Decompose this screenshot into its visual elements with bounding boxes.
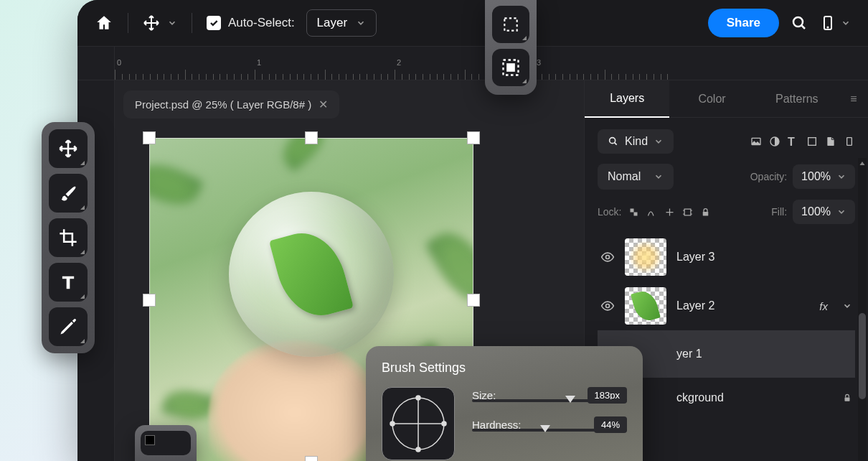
toolbox <box>42 122 95 353</box>
lock-label: Lock: <box>598 206 621 218</box>
svg-rect-14 <box>845 397 850 401</box>
chevron-down-icon[interactable] <box>842 301 852 311</box>
svg-point-13 <box>606 304 610 308</box>
opacity-dropdown[interactable]: 100% <box>793 164 855 189</box>
visibility-icon[interactable] <box>600 250 615 264</box>
selection-handle[interactable] <box>305 131 318 144</box>
divider <box>192 13 192 33</box>
search-icon <box>608 136 619 147</box>
move-tool[interactable] <box>49 129 88 168</box>
chevron-down-icon <box>167 18 177 28</box>
auto-select-label: Auto-Select: <box>228 16 295 30</box>
brush-tool[interactable] <box>49 174 88 213</box>
color-swatch-float[interactable] <box>135 425 197 461</box>
auto-select-toggle[interactable]: Auto-Select: <box>207 16 295 30</box>
selection-handle[interactable] <box>143 294 156 307</box>
opacity-label: Opacity: <box>750 171 787 182</box>
foreground-color[interactable] <box>145 435 155 445</box>
layer-dropdown-value: Layer <box>317 16 348 30</box>
lock-transparency-icon[interactable] <box>628 207 639 218</box>
selection-handle[interactable] <box>467 294 480 307</box>
close-icon[interactable]: ✕ <box>319 98 328 111</box>
panel-tabs: Layers Color Patterns ≡ <box>585 80 868 118</box>
fill-value: 100% <box>801 205 831 218</box>
selection-handle[interactable] <box>143 131 156 144</box>
chevron-down-icon <box>654 172 664 182</box>
device-preview-dropdown[interactable] <box>819 14 851 32</box>
layer-name: Layer 3 <box>676 251 852 264</box>
svg-rect-7 <box>847 138 852 146</box>
svg-point-19 <box>416 396 420 400</box>
divider <box>128 13 128 33</box>
lock-all-icon[interactable] <box>700 207 711 218</box>
layer-filter-icons[interactable]: T <box>750 136 855 147</box>
svg-rect-11 <box>703 211 709 215</box>
svg-rect-10 <box>685 209 692 215</box>
brush-preview <box>382 387 455 460</box>
pen-tool[interactable] <box>49 307 88 346</box>
svg-rect-8 <box>631 208 634 212</box>
kind-label: Kind <box>625 135 648 148</box>
chevron-down-icon <box>836 207 846 217</box>
selection-handle[interactable] <box>305 456 318 461</box>
chevron-down-icon <box>356 18 366 28</box>
visibility-icon[interactable] <box>600 299 615 313</box>
top-toolbar: Auto-Select: Layer Share <box>77 0 868 46</box>
layer-name: ckground <box>676 391 832 404</box>
shape-icon[interactable] <box>806 136 818 147</box>
selection-handle[interactable] <box>467 131 480 144</box>
fill-dropdown[interactable]: 100% <box>793 200 855 224</box>
tab-layers[interactable]: Layers <box>585 80 669 118</box>
scroll-up-icon[interactable] <box>858 159 867 168</box>
lock-position-icon[interactable] <box>664 207 675 218</box>
search-icon[interactable] <box>791 14 808 32</box>
svg-rect-15 <box>504 18 516 30</box>
blend-mode-dropdown[interactable]: Nomal <box>598 164 674 190</box>
move-icon <box>143 14 160 32</box>
svg-rect-9 <box>634 212 638 215</box>
move-tool-indicator[interactable] <box>143 14 177 32</box>
svg-rect-6 <box>808 138 816 146</box>
svg-point-20 <box>416 447 420 452</box>
fill-label: Fill: <box>771 206 787 218</box>
document-tab[interactable]: Project.psd @ 25% ( Layer RGB/8# ) ✕ <box>123 90 339 118</box>
svg-point-21 <box>390 422 395 426</box>
fx-badge: fx <box>819 300 828 312</box>
layer-name: yer 1 <box>676 348 852 360</box>
svg-point-2 <box>827 27 828 27</box>
home-icon[interactable] <box>95 14 113 32</box>
tab-patterns[interactable]: Patterns <box>755 81 839 117</box>
layer-name: Layer 2 <box>676 299 809 312</box>
svg-point-22 <box>442 422 446 426</box>
marquee-tool[interactable] <box>492 6 529 43</box>
scroll-thumb[interactable] <box>859 313 866 399</box>
tab-color[interactable]: Color <box>669 81 754 117</box>
target-layer-dropdown[interactable]: Layer <box>306 9 377 37</box>
crop-tool[interactable] <box>49 218 88 257</box>
artboard-icon[interactable] <box>844 136 855 147</box>
share-button[interactable]: Share <box>708 9 779 37</box>
size-slider[interactable] <box>472 399 627 402</box>
lock-paint-icon[interactable] <box>646 207 657 218</box>
scrollbar[interactable] <box>858 158 867 461</box>
blend-mode-value: Nomal <box>608 170 641 183</box>
hardness-slider[interactable] <box>472 429 627 432</box>
lock-artboard-icon[interactable] <box>682 207 693 218</box>
layer-thumbnail <box>625 238 666 276</box>
checkbox-checked-icon <box>207 16 221 30</box>
image-icon[interactable] <box>750 136 762 147</box>
layer-item[interactable]: Layer 2 fx <box>598 281 855 330</box>
adjustment-icon[interactable] <box>769 136 780 147</box>
chevron-down-icon <box>654 136 664 146</box>
type-icon[interactable]: T <box>788 136 799 147</box>
smartobject-icon[interactable] <box>825 136 836 147</box>
object-select-tool[interactable] <box>492 49 529 86</box>
chevron-down-icon <box>836 172 846 182</box>
brush-settings-panel[interactable]: Brush Settings Size: 183px Hardness: <box>366 346 643 461</box>
panel-menu-icon[interactable]: ≡ <box>839 93 868 106</box>
layer-item[interactable]: Layer 3 <box>598 233 855 281</box>
svg-point-3 <box>610 138 615 144</box>
filter-kind-dropdown[interactable]: Kind <box>598 129 674 154</box>
brush-panel-title: Brush Settings <box>382 360 627 376</box>
type-tool[interactable] <box>49 263 88 302</box>
